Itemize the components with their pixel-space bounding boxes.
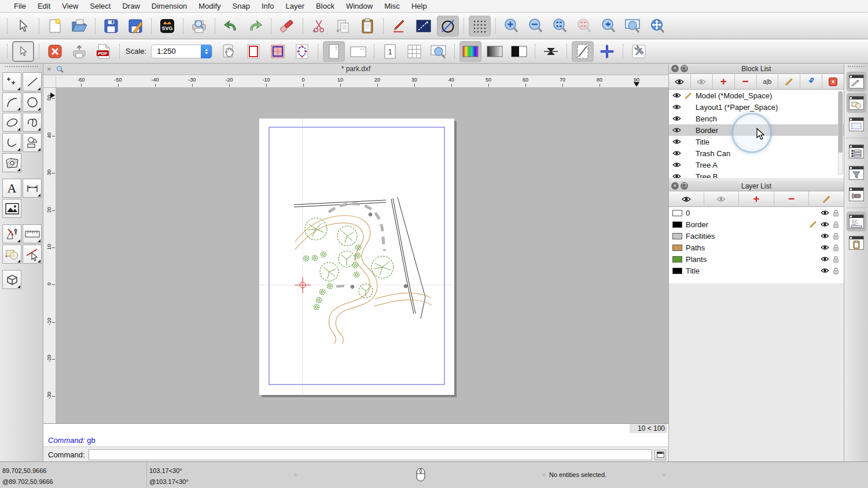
polyline-tool-icon[interactable] [2, 133, 21, 152]
layer-lock-icon[interactable] [833, 221, 839, 228]
menu-modify[interactable]: Modify [193, 2, 226, 10]
edit-block-icon[interactable] [778, 74, 800, 89]
layer-color-swatch[interactable] [672, 245, 682, 251]
layer-row-plants[interactable]: Plants [669, 253, 844, 265]
layer-color-swatch[interactable] [672, 268, 682, 274]
clipboard-panel-toggle-icon[interactable] [847, 233, 866, 253]
hide-all-layers-icon[interactable] [704, 191, 740, 206]
svg-export-icon[interactable]: SVG [156, 16, 178, 36]
purge-blocks-icon[interactable]: × [822, 74, 844, 89]
save-as-icon[interactable] [124, 16, 146, 36]
portrait-page-icon[interactable] [323, 41, 345, 62]
property-editor-toggle-icon[interactable] [847, 72, 866, 91]
tab-title[interactable]: * park.dxf [43, 65, 668, 73]
command-history[interactable]: 10 < 100 Command: gb [43, 424, 668, 447]
undo-icon[interactable] [220, 16, 242, 36]
selection-filter-toggle-icon[interactable] [847, 163, 866, 183]
layer-color-swatch[interactable] [672, 210, 682, 216]
float-panel-icon[interactable]: ❐ [681, 182, 688, 190]
sheet-settings-icon[interactable] [572, 41, 594, 62]
scale-select[interactable]: 1:250 ▲▼ [151, 45, 212, 58]
close-panel-icon[interactable]: × [671, 65, 679, 72]
print-icon[interactable] [68, 41, 90, 62]
menu-select[interactable]: Select [84, 2, 116, 10]
layer-row-0[interactable]: 0 [669, 207, 844, 219]
view-list-toggle-icon[interactable] [847, 114, 866, 134]
measure-tool-icon[interactable] [23, 224, 42, 243]
landscape-page-icon[interactable] [347, 41, 369, 62]
zoom-page-icon[interactable] [428, 41, 450, 62]
layer-visible-icon[interactable] [821, 221, 829, 227]
layer-row-facilities[interactable]: Facilities [669, 230, 844, 242]
layer-color-swatch[interactable] [672, 233, 682, 239]
pan-icon[interactable] [646, 16, 668, 36]
scale-stepper-icon[interactable]: ▲▼ [201, 45, 212, 58]
shape-tools-icon[interactable] [23, 133, 42, 152]
zoom-in-icon[interactable] [501, 16, 523, 36]
hairline-icon[interactable] [540, 41, 562, 62]
image-tool-icon[interactable] [2, 199, 21, 218]
block-row-tree-a[interactable]: Tree A [669, 159, 844, 171]
menu-snap[interactable]: Snap [227, 2, 256, 10]
multi-page-icon[interactable] [403, 41, 425, 62]
line-tool-icon[interactable] [413, 16, 435, 36]
drawing-canvas[interactable] [56, 88, 668, 423]
layer-lock-icon[interactable] [833, 256, 839, 263]
menu-file[interactable]: File [8, 2, 32, 10]
layer-list-toggle-icon[interactable] [847, 142, 866, 161]
menu-layer[interactable]: Layer [280, 2, 311, 10]
arc-tool-icon[interactable] [2, 93, 21, 112]
block-row-layout1[interactable]: Layout1 (*Paper_Space) [669, 101, 844, 113]
pdf-export-icon[interactable]: PDF [93, 41, 115, 62]
layer-color-swatch[interactable] [672, 221, 682, 228]
float-panel-icon[interactable]: ❐ [681, 65, 688, 72]
add-block-icon[interactable]: + [713, 74, 735, 89]
new-file-icon[interactable] [44, 16, 66, 36]
command-line-toggle-icon[interactable] [847, 212, 866, 231]
copy-icon[interactable]: + [332, 16, 354, 36]
point-tool-icon[interactable] [2, 72, 21, 91]
circle-slash-tool-icon[interactable] [437, 16, 459, 36]
save-icon[interactable] [100, 16, 122, 36]
selection-arrow-icon[interactable] [12, 16, 34, 36]
block-list-toggle-icon[interactable] [847, 93, 866, 113]
layer-row-paths[interactable]: Paths [669, 242, 844, 253]
cut-icon[interactable]: + [308, 16, 330, 36]
crosshair-points-icon[interactable] [596, 41, 618, 62]
paste-icon[interactable] [356, 16, 378, 36]
library-browser-toggle-icon[interactable] [847, 184, 866, 204]
print-preview-icon[interactable] [188, 16, 210, 36]
page-border-icon[interactable] [242, 41, 264, 62]
open-file-icon[interactable] [68, 16, 90, 36]
modify-tools-icon[interactable] [2, 245, 21, 264]
zoom-selection-icon[interactable] [573, 16, 595, 36]
layer-lock-icon[interactable] [833, 232, 839, 240]
line-tool-icon[interactable] [23, 72, 42, 91]
hide-all-blocks-icon[interactable] [691, 74, 713, 89]
solid-3d-tool-icon[interactable] [2, 270, 21, 289]
show-all-blocks-icon[interactable] [669, 74, 691, 89]
zoom-out-icon[interactable] [525, 16, 547, 36]
block-row-model[interactable]: Model (*Model_Space) [669, 90, 844, 101]
block-list-scrollbar[interactable] [838, 91, 843, 175]
add-layer-icon[interactable]: + [739, 191, 774, 206]
settings-wrench-icon[interactable] [628, 41, 650, 62]
trim-tools-icon[interactable] [23, 245, 42, 264]
remove-layer-icon[interactable]: − [774, 191, 810, 206]
layer-visible-icon[interactable] [821, 256, 829, 262]
pan-hand-icon[interactable] [218, 41, 240, 62]
erase-icon[interactable] [276, 16, 298, 36]
menu-view[interactable]: View [56, 2, 84, 10]
menu-dimension[interactable]: Dimension [146, 2, 193, 10]
menu-block[interactable]: Block [310, 2, 340, 10]
grid-toggle-icon[interactable] [469, 16, 491, 36]
close-panel-icon[interactable]: × [671, 182, 679, 190]
menu-draw[interactable]: Draw [116, 2, 145, 10]
layer-visible-icon[interactable] [821, 268, 829, 273]
layer-row-border[interactable]: Border [669, 219, 844, 230]
command-window-toggle-icon[interactable] [654, 450, 666, 460]
layer-row-title[interactable]: Title [669, 265, 844, 276]
edit-layer-icon[interactable] [809, 191, 844, 206]
selection-tool-button[interactable] [12, 41, 34, 62]
layer-lock-icon[interactable] [833, 267, 839, 275]
